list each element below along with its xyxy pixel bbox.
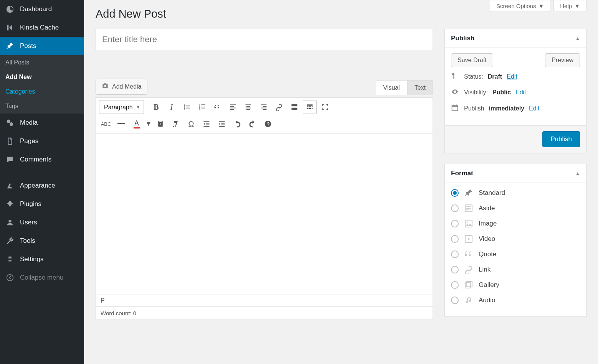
svg-rect-61: [453, 105, 454, 106]
sidebar-item-dashboard[interactable]: Dashboard: [0, 0, 84, 18]
audio-icon: [464, 296, 473, 305]
radio-icon[interactable]: [451, 281, 459, 289]
format-label: Aside: [479, 204, 495, 212]
radio-icon[interactable]: [451, 266, 459, 273]
format-option-gallery[interactable]: Gallery: [451, 280, 580, 290]
align-left-button[interactable]: [226, 100, 240, 114]
align-right-button[interactable]: [257, 100, 271, 114]
edit-status-link[interactable]: Edit: [507, 73, 517, 80]
submenu-categories[interactable]: Categories: [0, 84, 84, 99]
format-option-standard[interactable]: Standard: [451, 188, 580, 198]
sidebar-label: Users: [20, 219, 37, 226]
svg-rect-48: [204, 126, 210, 127]
paragraph-format-select[interactable]: Paragraph: [99, 100, 144, 114]
collapse-icon[interactable]: ▲: [575, 171, 580, 176]
hr-button[interactable]: [114, 117, 128, 131]
clear-formatting-button[interactable]: [169, 117, 183, 131]
submenu-all-posts[interactable]: All Posts: [0, 55, 84, 70]
svg-text:3: 3: [199, 108, 200, 110]
post-title-input[interactable]: [96, 29, 433, 50]
sidebar-item-plugins[interactable]: Plugins: [0, 195, 84, 213]
save-draft-button[interactable]: Save Draft: [451, 53, 493, 67]
paste-text-button[interactable]: T: [154, 117, 167, 131]
format-label: Audio: [479, 296, 495, 304]
indent-button[interactable]: [215, 117, 229, 131]
svg-rect-52: [219, 126, 225, 127]
sidebar-item-appearance[interactable]: Appearance: [0, 176, 84, 195]
format-option-aside[interactable]: Aside: [451, 204, 580, 213]
bullet-list-button[interactable]: [180, 100, 194, 114]
format-option-video[interactable]: Video: [451, 234, 580, 244]
radio-icon[interactable]: [451, 220, 459, 227]
svg-rect-57: [453, 77, 454, 77]
text-color-dropdown[interactable]: ▼: [145, 117, 152, 131]
sidebar-item-comments[interactable]: Comments: [0, 150, 84, 169]
svg-rect-14: [202, 107, 205, 107]
bold-button[interactable]: B: [149, 100, 163, 114]
help-tab[interactable]: Help ▼: [553, 0, 586, 12]
svg-point-9: [184, 108, 185, 109]
svg-rect-46: [206, 123, 209, 124]
edit-schedule-link[interactable]: Edit: [529, 105, 540, 112]
link-button[interactable]: [272, 100, 286, 114]
plugins-icon: [5, 199, 15, 209]
sidebar-item-settings[interactable]: Settings: [0, 250, 84, 268]
add-media-button[interactable]: Add Media: [96, 79, 147, 95]
sidebar-item-posts[interactable]: Posts: [0, 37, 84, 55]
svg-rect-66: [466, 209, 469, 210]
help-button[interactable]: ?: [261, 117, 275, 131]
undo-button[interactable]: [230, 117, 244, 131]
preview-button[interactable]: Preview: [545, 53, 580, 67]
svg-point-0: [7, 120, 10, 123]
align-center-button[interactable]: [241, 100, 255, 114]
outdent-button[interactable]: [200, 117, 213, 131]
visual-tab[interactable]: Visual: [376, 80, 407, 95]
collapse-icon[interactable]: ▲: [575, 36, 580, 41]
sidebar-item-kinsta[interactable]: Kinsta Cache: [0, 18, 84, 37]
italic-button[interactable]: I: [165, 100, 178, 114]
submenu-add-new[interactable]: Add New: [0, 70, 84, 84]
editor-content[interactable]: [96, 133, 433, 295]
strikethrough-button[interactable]: ABC: [99, 117, 113, 131]
svg-point-4: [104, 85, 106, 87]
format-option-quote[interactable]: Quote: [451, 250, 580, 259]
sidebar-item-pages[interactable]: Pages: [0, 132, 84, 150]
text-color-button[interactable]: A: [130, 117, 144, 131]
svg-rect-37: [307, 108, 308, 109]
text-tab[interactable]: Text: [407, 80, 433, 95]
format-option-image[interactable]: Image: [451, 219, 580, 228]
toolbar-toggle-button[interactable]: [303, 100, 317, 114]
dashboard-icon: [5, 5, 15, 14]
sidebar-item-users[interactable]: Users: [0, 213, 84, 232]
radio-icon[interactable]: [451, 296, 459, 304]
numbered-list-button[interactable]: 123: [195, 100, 209, 114]
svg-rect-26: [263, 106, 267, 107]
svg-rect-25: [261, 104, 267, 105]
format-option-link[interactable]: Link: [451, 265, 580, 274]
fullscreen-button[interactable]: [318, 100, 332, 114]
format-option-audio[interactable]: Audio: [451, 296, 580, 305]
svg-rect-58: [453, 78, 454, 79]
radio-icon[interactable]: [451, 189, 459, 197]
publish-button[interactable]: Publish: [542, 131, 580, 147]
sidebar-item-tools[interactable]: Tools: [0, 232, 84, 250]
svg-rect-43: [159, 120, 162, 122]
read-more-button[interactable]: [287, 100, 301, 114]
screen-options-tab[interactable]: Screen Options ▼: [490, 0, 550, 12]
submenu-tags[interactable]: Tags: [0, 99, 84, 114]
sidebar-collapse[interactable]: Collapse menu: [0, 268, 84, 287]
radio-icon[interactable]: [451, 204, 459, 212]
svg-rect-34: [309, 106, 310, 107]
special-char-button[interactable]: Ω: [184, 117, 198, 131]
svg-rect-51: [221, 125, 225, 125]
svg-text:?: ?: [267, 121, 270, 126]
schedule-label: Publish: [464, 105, 484, 112]
sidebar-label: Pages: [20, 137, 38, 145]
redo-button[interactable]: [246, 117, 259, 131]
edit-visibility-link[interactable]: Edit: [515, 89, 526, 96]
radio-icon[interactable]: [451, 235, 459, 243]
radio-icon[interactable]: [451, 250, 459, 258]
sidebar-item-media[interactable]: Media: [0, 114, 84, 132]
blockquote-button[interactable]: [211, 100, 225, 114]
svg-rect-39: [310, 108, 311, 109]
